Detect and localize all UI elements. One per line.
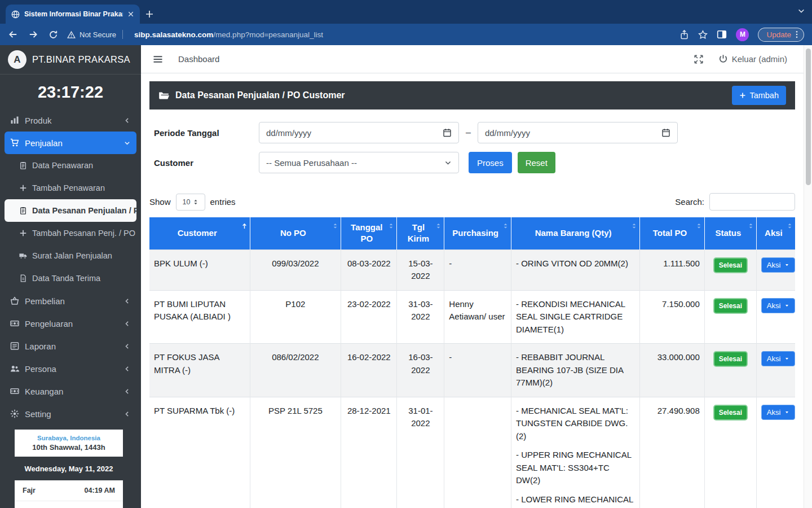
url-host: sibp.salasatekno.com — [134, 30, 213, 39]
cell-tgl-kirim: 31-03-2022 — [397, 290, 444, 344]
fullscreen-icon[interactable] — [694, 54, 704, 64]
sidebar-item-label: Penjualan — [25, 138, 118, 148]
column-header-tanggal-po[interactable]: Tanggal PO — [341, 217, 397, 249]
breadcrumb-dashboard[interactable]: Dashboard — [178, 54, 219, 64]
browser-tab[interactable]: Sistem Informasi Binar Prakars — [6, 5, 140, 24]
column-header-aksi[interactable]: Aksi — [756, 217, 795, 249]
sidebar-subitem[interactable]: Tambah Penawaran — [5, 177, 136, 199]
cell-total-po: 27.490.908 — [640, 397, 705, 508]
status-badge: Selesai — [713, 257, 748, 273]
proses-button[interactable]: Proses — [469, 152, 512, 173]
sidebar-subitem[interactable]: Data Pesanan Penjualan / PO — [5, 199, 136, 222]
sidebar-subitem[interactable]: Data Penawaran — [5, 154, 136, 177]
power-icon — [718, 54, 728, 64]
date-to-input[interactable]: dd/mm/yyyy — [478, 122, 678, 143]
sidebar-subitem-label: Surat Jalan Penjualan — [32, 251, 112, 260]
new-tab-button[interactable] — [140, 5, 159, 24]
cell-status: Selesai — [704, 397, 756, 508]
tab-close-icon[interactable] — [127, 11, 134, 17]
brand[interactable]: A PT.BINAR PRAKARSA — [0, 45, 141, 75]
chevron-left-icon — [123, 410, 131, 418]
calendar-icon[interactable] — [661, 128, 670, 137]
cell-no-po: 099/03/2022 — [250, 249, 341, 290]
cell-nama-barang: - REKONDISI MECHANICAL SEAL SINGLE CARTR… — [511, 290, 640, 344]
sidebar-subitem[interactable]: Data Tanda Terima — [5, 267, 136, 290]
browser-toolbar: Not Secure sibp.salasatekno.com/med.php?… — [0, 24, 812, 45]
scrollbar-thumb[interactable] — [806, 49, 811, 185]
column-header-tgl-kirim[interactable]: Tgl Kirim — [397, 217, 444, 249]
reload-icon[interactable] — [48, 30, 58, 40]
money-icon — [10, 319, 19, 328]
profile-avatar[interactable]: M — [736, 28, 749, 41]
warning-triangle-icon — [67, 30, 76, 39]
tambah-label: Tambah — [749, 91, 779, 100]
sidebar-item-penjualan[interactable]: Penjualan — [5, 132, 136, 154]
hamburger-icon[interactable] — [152, 54, 164, 65]
column-header-customer[interactable]: Customer — [149, 217, 250, 249]
bookmark-star-icon[interactable] — [698, 30, 708, 40]
sidebar-subitem[interactable]: Surat Jalan Penjualan — [5, 244, 136, 267]
sort-icon — [786, 222, 793, 230]
sidebar-item-label: Setting — [25, 409, 118, 419]
status-badge: Selesai — [713, 298, 748, 314]
cell-tanggal-po: 23-02-2022 — [341, 290, 397, 344]
column-header-status[interactable]: Status — [704, 217, 756, 249]
sidebar-subitem[interactable]: Tambah Pesanan Penj. / PO — [5, 222, 136, 244]
sort-asc-icon — [241, 222, 248, 230]
share-icon[interactable] — [679, 30, 689, 40]
cell-status: Selesai — [704, 249, 756, 290]
sidebar-subitem-label: Tambah Penawaran — [32, 183, 105, 192]
sidebar-item-label: Pengeluaran — [25, 319, 118, 329]
aksi-label: Aksi — [767, 354, 781, 363]
url-bar[interactable]: sibp.salasatekno.com/med.php?mod=pesanan… — [134, 30, 670, 39]
menu-dots-icon[interactable] — [796, 30, 798, 38]
tambah-button[interactable]: Tambah — [732, 86, 786, 105]
column-label: Total PO — [653, 228, 687, 238]
column-header-nama-barang-qty-[interactable]: Nama Barang (Qty) — [511, 217, 640, 249]
page-size-select[interactable]: 10 — [176, 194, 205, 211]
column-label: Tanggal PO — [351, 222, 382, 243]
logout-button[interactable]: Keluar (admin) — [718, 54, 787, 64]
sidebar-item-laporan[interactable]: Laporan — [5, 335, 136, 357]
aksi-dropdown-button[interactable]: Aksi — [761, 298, 796, 313]
sort-icon — [502, 222, 509, 230]
back-icon[interactable] — [8, 29, 18, 40]
customer-label: Customer — [154, 158, 259, 168]
cell-nama-barang: - REBABBIT JOURNAL BEARING 107-JB (SIZE … — [511, 344, 640, 397]
side-panel-icon[interactable] — [717, 29, 727, 40]
caret-down-icon — [784, 303, 789, 308]
sidebar-item-setting[interactable]: Setting — [5, 402, 136, 425]
column-label: Purchasing — [452, 228, 498, 238]
aksi-dropdown-button[interactable]: Aksi — [761, 405, 796, 420]
report-icon — [10, 341, 19, 351]
date-from-input[interactable]: dd/mm/yyyy — [259, 122, 459, 143]
forward-icon[interactable] — [28, 29, 38, 40]
cell-customer: PT BUMI LIPUTAN PUSAKA (ALBIADI ) — [149, 290, 250, 344]
column-label: Nama Barang (Qty) — [535, 228, 612, 238]
chevron-left-icon — [123, 117, 131, 124]
sidebar-item-pembelian[interactable]: Pembelian — [5, 290, 136, 312]
entries-label: entries — [210, 197, 236, 207]
column-header-total-po[interactable]: Total PO — [640, 217, 705, 249]
aksi-dropdown-button[interactable]: Aksi — [761, 351, 796, 366]
update-button[interactable]: Update — [758, 28, 804, 42]
aksi-dropdown-button[interactable]: Aksi — [761, 257, 796, 273]
sidebar-item-produk[interactable]: Produk — [5, 109, 136, 132]
clipboard-icon — [19, 207, 27, 214]
cell-aksi: Aksi — [756, 344, 795, 397]
sidebar-item-persona[interactable]: Persona — [5, 357, 136, 380]
column-label: Tgl Kirim — [408, 222, 429, 243]
security-chip[interactable]: Not Secure — [67, 30, 125, 39]
tab-search-chevron-icon[interactable] — [797, 7, 805, 15]
column-header-purchasing[interactable]: Purchasing — [444, 217, 511, 249]
reset-button[interactable]: Reset — [518, 152, 555, 173]
sidebar-item-pengeluaran[interactable]: Pengeluaran — [5, 312, 136, 335]
calendar-icon[interactable] — [443, 128, 452, 137]
column-label: Aksi — [765, 228, 783, 238]
plus-icon — [19, 184, 27, 192]
cell-status: Selesai — [704, 290, 756, 344]
search-input[interactable] — [709, 193, 795, 211]
customer-select[interactable]: -- Semua Perusahaan -- — [259, 152, 459, 173]
sidebar-item-keuangan[interactable]: Keuangan — [5, 380, 136, 402]
column-header-no-po[interactable]: No PO — [250, 217, 341, 249]
